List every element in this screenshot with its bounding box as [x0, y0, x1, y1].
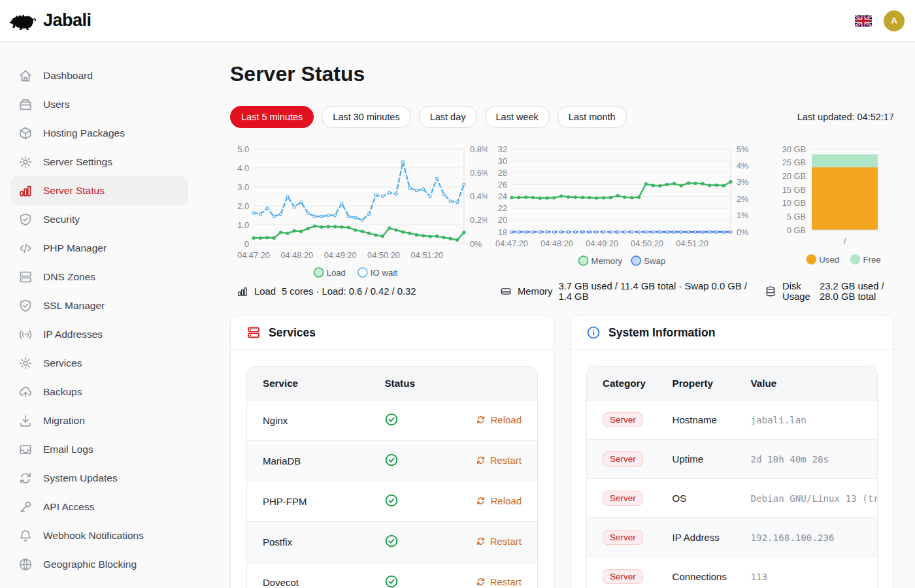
page-title: Server Status: [230, 61, 894, 86]
sidebar-item-migration[interactable]: Migration: [10, 406, 188, 435]
bar-chart-icon: [18, 184, 33, 198]
svg-text:Used: Used: [819, 255, 839, 265]
refresh-icon: [476, 455, 486, 465]
sidebar-item-hosting-packages[interactable]: Hosting Packages: [10, 119, 188, 148]
sidebar-item-php-manager[interactable]: PHP Manager: [10, 234, 188, 263]
svg-text:3.0: 3.0: [237, 182, 249, 192]
sidebar-item-services[interactable]: Services: [10, 349, 188, 378]
svg-text:18: 18: [498, 227, 507, 237]
summary-label: Load: [254, 286, 276, 297]
restart-button[interactable]: Restart: [476, 536, 522, 547]
filter-last-day[interactable]: Last day: [419, 106, 477, 128]
sidebar-item-system-updates[interactable]: System Updates: [10, 464, 188, 493]
svg-text:30 GB: 30 GB: [782, 144, 806, 154]
svg-text:30: 30: [498, 156, 507, 166]
sidebar-item-label: PHP Manager: [43, 242, 107, 254]
main-content: Server Status Last 5 minutesLast 30 minu…: [199, 42, 915, 588]
svg-text:5%: 5%: [737, 144, 749, 154]
bell-icon: [18, 529, 33, 543]
system-info-card: System Information Category Property Val…: [570, 315, 894, 588]
svg-text:5.0: 5.0: [237, 144, 249, 154]
service-row-php-fpm: PHP-FPMReload: [247, 482, 537, 522]
status-ok-icon: [384, 534, 399, 548]
database-icon: [765, 286, 776, 297]
restart-button[interactable]: Restart: [476, 455, 522, 466]
summary-label: Memory: [518, 286, 552, 297]
user-avatar[interactable]: A: [884, 10, 905, 31]
reload-button[interactable]: Reload: [476, 495, 522, 506]
language-flag-icon[interactable]: [855, 15, 872, 27]
summary-value: 5 cores · Load: 0.6 / 0.42 / 0.32: [282, 286, 416, 297]
sidebar-item-email-logs[interactable]: Email Logs: [10, 435, 188, 464]
filter-last-week[interactable]: Last week: [485, 106, 550, 128]
svg-text:22: 22: [498, 203, 507, 213]
users-icon: [18, 97, 33, 112]
property-value: Debian GNU/Linux 13 (trixie): [735, 479, 877, 518]
filter-last-30-minutes[interactable]: Last 30 minutes: [322, 106, 410, 128]
sidebar-item-label: Geographic Blocking: [43, 559, 137, 570]
property-name: OS: [657, 479, 735, 518]
property-value: 113: [735, 557, 877, 588]
service-row-mariadb: MariaDBRestart: [247, 441, 537, 482]
summary-label: Disk Usage: [782, 281, 814, 302]
restart-button[interactable]: Restart: [476, 576, 522, 587]
property-name: Hostname: [657, 400, 735, 440]
system-row-uptime: ServerUptime2d 10h 40m 28s: [587, 440, 877, 479]
package-icon: [18, 126, 33, 140]
status-ok-icon: [384, 412, 399, 427]
gear-icon: [18, 356, 33, 370]
summary-value: 23.2 GB used / 28.0 GB total: [820, 281, 894, 302]
property-name: Connections: [657, 557, 735, 588]
summary-value: 3.7 GB used / 11.4 GB total · Swap 0.0 G…: [558, 281, 749, 302]
service-name: PHP-FPM: [247, 482, 369, 522]
sidebar-item-server-settings[interactable]: Server Settings: [10, 148, 188, 176]
svg-text:24: 24: [498, 191, 507, 201]
brand-name: Jabali: [43, 10, 92, 31]
svg-text:20: 20: [498, 215, 507, 225]
category-badge: Server: [603, 451, 643, 466]
top-header: Jabali A: [0, 0, 915, 42]
property-name: Uptime: [657, 440, 735, 479]
home-icon: [18, 69, 33, 83]
refresh-icon: [18, 471, 33, 485]
system-row-connections: ServerConnections113: [587, 557, 877, 588]
status-ok-icon: [384, 574, 399, 588]
sidebar-item-label: Email Logs: [43, 444, 93, 455]
services-col-service: Service: [247, 367, 369, 400]
sidebar-item-label: Migration: [43, 415, 85, 427]
gear-icon: [18, 155, 33, 169]
refresh-icon: [476, 415, 486, 425]
sidebar-item-ip-addresses[interactable]: IP Addresses: [10, 320, 188, 349]
system-info-table: Category Property Value ServerHostnameja…: [587, 367, 877, 588]
service-row-nginx: NginxReload: [247, 400, 537, 441]
system-row-os: ServerOSDebian GNU/Linux 13 (trixie): [587, 479, 877, 518]
svg-text:0.6%: 0.6%: [470, 168, 488, 178]
reload-button[interactable]: Reload: [476, 414, 522, 425]
sidebar-item-label: IP Addresses: [43, 329, 103, 340]
services-card: Services Service Status NginxReloadMaria…: [230, 315, 554, 588]
services-table: Service Status NginxReloadMariaDBRestart…: [247, 367, 537, 588]
svg-text:04:49:20: 04:49:20: [324, 250, 357, 260]
sidebar: DashboardUsersHosting PackagesServer Set…: [0, 42, 199, 588]
svg-text:04:50:20: 04:50:20: [631, 238, 663, 248]
sidebar-item-api-access[interactable]: API Access: [10, 493, 188, 521]
property-value: 2d 10h 40m 28s: [735, 440, 877, 479]
shield-check-icon: [18, 212, 33, 227]
sidebar-item-dashboard[interactable]: Dashboard: [10, 61, 188, 90]
sidebar-item-webhook-notifications[interactable]: Webhook Notifications: [10, 521, 188, 550]
sidebar-item-geographic-blocking[interactable]: Geographic Blocking: [10, 550, 188, 579]
property-value: jabali.lan: [735, 400, 877, 440]
sidebar-item-users[interactable]: Users: [10, 90, 188, 119]
svg-text:4%: 4%: [737, 161, 749, 171]
brand-logo[interactable]: Jabali: [9, 9, 92, 33]
filter-last-month[interactable]: Last month: [557, 106, 627, 128]
sidebar-item-security[interactable]: Security: [10, 205, 188, 234]
sidebar-item-dns-zones[interactable]: DNS Zones: [10, 263, 188, 291]
sidebar-item-server-status[interactable]: Server Status: [10, 176, 188, 205]
sidebar-item-backups[interactable]: Backups: [10, 378, 188, 406]
sidebar-item-ssl-manager[interactable]: SSL Manager: [10, 291, 188, 320]
chart-summaries: Load5 cores · Load: 0.6 / 0.42 / 0.32Mem…: [230, 281, 894, 302]
svg-text:25 GB: 25 GB: [782, 157, 806, 167]
download-icon: [18, 414, 33, 428]
filter-last-5-minutes[interactable]: Last 5 minutes: [230, 106, 314, 128]
